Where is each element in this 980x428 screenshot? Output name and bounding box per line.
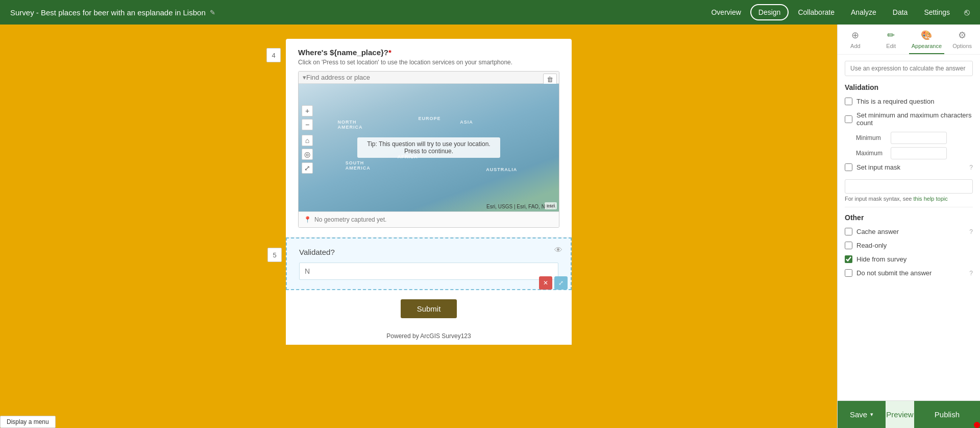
mask-hint: For input mask syntax, see this help top… — [845, 196, 973, 202]
nav-data[interactable]: Data — [886, 5, 915, 19]
readonly-row: Read-only — [845, 241, 973, 250]
hide-checkbox[interactable] — [845, 255, 852, 263]
q5-answer-input[interactable] — [299, 263, 558, 280]
map-geo-row: 📍 No geometry captured yet. — [299, 211, 559, 227]
submit-row: Submit — [286, 290, 572, 327]
save-dropdown-arrow[interactable]: ▾ — [870, 411, 873, 418]
cache-checkbox[interactable] — [845, 228, 852, 235]
min-max-label: Set minimum and maximum characters count — [856, 111, 973, 127]
fullscreen-btn[interactable]: ⤢ — [302, 162, 313, 174]
tab-add[interactable]: ⊕ Add — [838, 25, 873, 54]
tab-add-label: Add — [850, 43, 861, 49]
map-search-wrap — [306, 74, 547, 81]
map-search-input[interactable] — [306, 74, 547, 81]
minimum-input[interactable] — [891, 132, 947, 144]
maximum-row: Maximum — [856, 147, 973, 159]
q5-title: Validated? — [299, 248, 558, 256]
q5-expand-btn[interactable]: ⤢ — [554, 276, 568, 290]
options-icon: ⚙ — [958, 30, 966, 41]
nav-overview[interactable]: Overview — [704, 5, 748, 19]
no-submit-checkbox[interactable] — [845, 269, 852, 277]
map-dropdown-icon[interactable]: ▾ — [303, 74, 306, 81]
nav-analyze[interactable]: Analyze — [844, 5, 884, 19]
canvas-area: 4 Where's ${name_place}?* Click on 'Pres… — [0, 25, 837, 428]
tab-options[interactable]: ⚙ Options — [944, 25, 980, 54]
min-max-checkbox[interactable] — [845, 115, 852, 123]
tab-edit[interactable]: ✏ Edit — [873, 25, 909, 54]
map-image: NORTHAMERICA EUROPE ASIA AFRICA SOUTHAME… — [299, 84, 559, 211]
nav-title: Survey - Best places for beer with an es… — [10, 8, 215, 17]
main-area: 4 Where's ${name_place}?* Click on 'Pres… — [0, 25, 980, 428]
mask-input-area: For input mask syntax, see this help top… — [845, 176, 973, 202]
no-submit-row: Do not submit the answer ? — [845, 268, 973, 278]
other-section: Other Cache answer ? Read-only Hide from… — [845, 213, 973, 278]
cache-row: Cache answer ? — [845, 227, 973, 236]
q4-subtitle: Click on 'Press to set location' to use … — [298, 59, 559, 66]
question-4: 4 Where's ${name_place}?* Click on 'Pres… — [286, 39, 572, 237]
nav-collaborate[interactable]: Collaborate — [791, 5, 842, 19]
q4-required: * — [388, 48, 391, 57]
mask-hint-link[interactable]: this help topic — [914, 196, 948, 202]
add-icon: ⊕ — [851, 30, 859, 41]
save-label: Save — [850, 410, 867, 419]
nav-design[interactable]: Design — [750, 4, 789, 20]
minimum-row: Minimum — [856, 132, 973, 144]
share-icon[interactable]: ⎋ — [964, 7, 970, 18]
continent-europe: EUROPE — [419, 116, 441, 121]
readonly-checkbox[interactable] — [845, 242, 852, 249]
right-panel: ⊕ Add ✏ Edit 🎨 Appearance ⚙ Options Vali… — [837, 25, 980, 428]
min-max-row: Set minimum and maximum characters count — [845, 110, 973, 128]
nav-links: Overview Design Collaborate Analyze Data… — [704, 4, 970, 20]
panel-tabs: ⊕ Add ✏ Edit 🎨 Appearance ⚙ Options — [838, 25, 980, 55]
top-nav: Survey - Best places for beer with an es… — [0, 0, 980, 25]
tab-appearance-label: Appearance — [912, 43, 942, 49]
cache-help-icon[interactable]: ? — [969, 228, 973, 235]
validation-title: Validation — [845, 83, 973, 91]
q5-number: 5 — [267, 248, 282, 262]
map-tip: Tip: This question will try to use your … — [357, 137, 500, 158]
input-mask-help-icon[interactable]: ? — [969, 164, 973, 171]
geo-text: No geometry captured yet. — [314, 216, 386, 223]
minimum-label: Minimum — [856, 134, 887, 141]
tab-appearance[interactable]: 🎨 Appearance — [909, 25, 945, 54]
input-mask-checkbox[interactable] — [845, 163, 852, 171]
map-side-controls: + − ⌂ ◎ ⤢ — [302, 105, 313, 175]
other-title: Other — [845, 213, 973, 222]
divider — [845, 207, 973, 207]
required-row: This is a required question — [845, 97, 973, 106]
esri-logo: esri — [545, 202, 557, 209]
hide-label: Hide from survey — [856, 255, 973, 263]
submit-button[interactable]: Submit — [401, 299, 457, 318]
q5-close-btn[interactable]: ✕ — [539, 276, 552, 290]
readonly-label: Read-only — [856, 242, 973, 249]
q5-actions: ✕ ⤢ — [539, 276, 568, 290]
required-checkbox[interactable] — [845, 98, 852, 105]
edit-icon: ✏ — [887, 30, 895, 41]
mask-input[interactable] — [845, 179, 973, 194]
continent-asia: ASIA — [460, 120, 473, 125]
save-button[interactable]: Save ▾ — [838, 401, 886, 428]
display-menu-button[interactable]: Display a menu — [0, 416, 56, 428]
maximum-input[interactable] — [891, 147, 947, 159]
question-5: 5 👁 Validated? ✕ ⤢ — [286, 237, 572, 290]
calc-expression-input[interactable] — [845, 61, 973, 76]
zoom-out-btn[interactable]: − — [302, 119, 313, 130]
location-icon: 📍 — [304, 216, 311, 223]
nav-settings[interactable]: Settings — [917, 5, 957, 19]
locate-btn[interactable]: ◎ — [302, 149, 313, 160]
map-container: ▾ 🔍 🗑 + − ⌂ ◎ — [298, 71, 559, 228]
edit-title-icon[interactable]: ✎ — [210, 9, 215, 16]
hide-row: Hide from survey — [845, 254, 973, 264]
notification-dot — [974, 422, 980, 428]
preview-button[interactable]: Preview — [886, 401, 914, 428]
mask-hint-prefix: For input mask syntax, see — [845, 196, 914, 202]
publish-button[interactable]: Publish — [914, 401, 980, 428]
input-mask-row: Set input mask ? — [845, 162, 973, 172]
zoom-in-btn[interactable]: + — [302, 105, 313, 116]
home-btn[interactable]: ⌂ — [302, 135, 313, 146]
survey-title: Survey - Best places for beer with an es… — [10, 8, 206, 17]
panel-content: Validation This is a required question S… — [838, 55, 980, 400]
no-submit-help-icon[interactable]: ? — [969, 270, 973, 277]
map-area: + − ⌂ ◎ ⤢ NORTHAMERICA EUROPE — [299, 84, 559, 227]
q5-eye-icon[interactable]: 👁 — [554, 246, 562, 255]
